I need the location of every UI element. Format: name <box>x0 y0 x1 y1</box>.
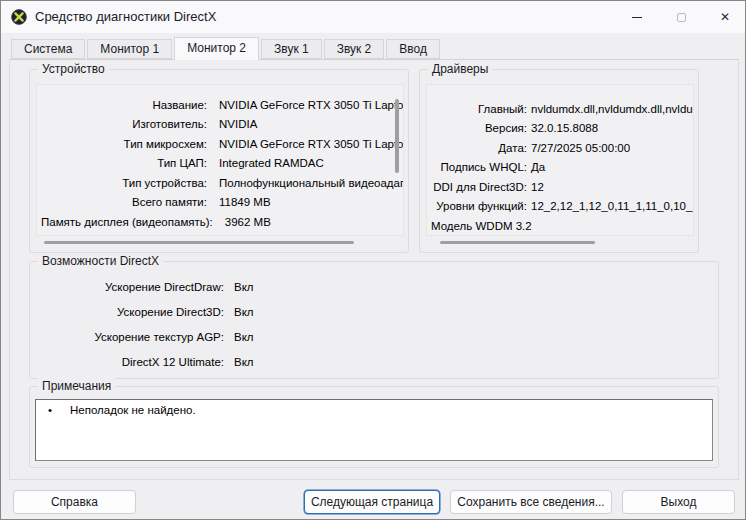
tab[interactable]: Монитор 2 <box>174 37 259 60</box>
feature-row: Ускорение Direct3D: Вкл <box>38 299 710 324</box>
exit-button[interactable]: Выход <box>622 490 735 514</box>
field-label: Дата: <box>431 142 527 154</box>
notes-group: Примечания • Неполадок не найдено. <box>29 386 719 468</box>
maximize-button <box>659 1 703 33</box>
field-label: DirectX 12 Ultimate: <box>38 356 224 368</box>
tab[interactable]: Звук 1 <box>261 39 322 59</box>
device-horizontal-scrollbar-thumb[interactable] <box>44 241 354 244</box>
field-label: DDI для Direct3D: <box>431 181 527 193</box>
field-value: 32.0.15.8088 <box>531 122 598 134</box>
field-value: Да <box>531 161 545 173</box>
help-button[interactable]: Справка <box>13 490 136 514</box>
field-label: Всего памяти: <box>41 196 207 208</box>
field-value: 11849 MB <box>219 196 271 208</box>
device-vertical-scrollbar-thumb[interactable] <box>395 99 399 173</box>
field-value: 12_2,12_1,12_0,11_1,11_0,10_1,10_ <box>531 200 694 212</box>
driver-info-row: Уровни функций: 12_2,12_1,12_0,11_1,11_0… <box>431 197 689 217</box>
maximize-icon <box>677 13 686 22</box>
device-info-row: Название: NVIDIA GeForce RTX 3050 Ti Lap… <box>41 95 399 115</box>
field-value: nvldumdx.dll,nvldumdx.dll,nvldumdx.d <box>531 103 694 115</box>
field-label: Уровни функций: <box>431 200 527 212</box>
notes-box[interactable]: • Неполадок не найдено. <box>35 399 713 461</box>
field-label: Версия: <box>431 122 527 134</box>
field-value: 12 <box>531 181 544 193</box>
field-value: NVIDIA GeForce RTX 3050 Ti Laptop G <box>219 99 404 111</box>
tab[interactable]: Монитор 1 <box>87 39 172 59</box>
minimize-button[interactable] <box>615 1 659 33</box>
tab-label: Ввод <box>399 42 427 56</box>
device-info-row: Изготовитель: NVIDIA <box>41 115 399 135</box>
save-all-info-button[interactable]: Сохранить все сведения... <box>450 490 612 514</box>
driver-info-row: Подпись WHQL: Да <box>431 158 689 178</box>
field-value: Вкл <box>234 331 254 343</box>
tab[interactable]: Звук 2 <box>324 39 385 59</box>
drivers-group-title: Драйверы <box>428 61 492 77</box>
device-group-title: Устройство <box>38 61 109 77</box>
field-label: Тип устройства: <box>41 177 207 189</box>
tab[interactable]: Система <box>11 39 85 59</box>
tab-label: Звук 2 <box>337 42 372 56</box>
driver-info-row: Версия: 32.0.15.8088 <box>431 119 689 139</box>
feature-row: Ускорение текстур AGP: Вкл <box>38 324 710 349</box>
device-info-row: Тип ЦАП: Integrated RAMDAC <box>41 154 399 174</box>
field-label: Ускорение DirectDraw: <box>38 281 224 293</box>
tab-strip: Система Монитор 1 Монитор 2 Звук 1 Звук … <box>11 37 442 60</box>
driver-info-row: Дата: 7/27/2025 05:00:00 <box>431 138 689 158</box>
feature-row: Ускорение DirectDraw: Вкл <box>38 274 710 299</box>
feature-row: DirectX 12 Ultimate: Вкл <box>38 349 710 374</box>
directx-features-group: Возможности DirectX Ускорение DirectDraw… <box>29 261 719 379</box>
device-info-row: Всего памяти: 11849 MB <box>41 193 399 213</box>
tab-label: Система <box>24 42 72 56</box>
bullet-icon: • <box>48 404 70 416</box>
field-label: Подпись WHQL: <box>431 161 527 173</box>
tab-label: Монитор 2 <box>187 41 246 55</box>
field-value: Вкл <box>234 281 254 293</box>
field-label: Ускорение Direct3D: <box>38 306 224 318</box>
field-value: Полнофункциональный видеоадапт <box>219 177 404 189</box>
field-value: Integrated RAMDAC <box>219 157 324 169</box>
field-value: NVIDIA GeForce RTX 3050 Ti Laptop G <box>219 138 404 150</box>
field-label: Модель WDDM 3.2 <box>431 220 532 232</box>
next-page-button[interactable]: Следующая страница <box>304 490 440 514</box>
tab-label: Звук 1 <box>274 42 309 56</box>
field-label: Тип микросхем: <box>41 138 207 150</box>
drivers-info-panel: Главный: nvldumdx.dll,nvldumdx.dll,nvldu… <box>426 84 694 236</box>
field-value: 3962 MB <box>225 216 271 228</box>
driver-info-row: Главный: nvldumdx.dll,nvldumdx.dll,nvldu… <box>431 99 689 119</box>
tab[interactable]: Ввод <box>386 39 440 59</box>
field-value: Вкл <box>234 306 254 318</box>
device-info-row: Память дисплея (видеопамять): 3962 MB <box>41 212 399 232</box>
notes-group-title: Примечания <box>38 378 115 394</box>
directx-app-icon <box>11 9 27 25</box>
dxdiag-window: Средство диагностики DirectX ✕ Система М… <box>0 0 746 520</box>
field-label: Изготовитель: <box>41 118 207 130</box>
field-value: Вкл <box>234 356 254 368</box>
note-text: Неполадок не найдено. <box>70 404 196 416</box>
field-label: Название: <box>41 99 207 111</box>
minimize-icon <box>632 17 642 18</box>
close-button[interactable]: ✕ <box>703 1 746 33</box>
drivers-horizontal-scrollbar-thumb[interactable] <box>440 241 595 244</box>
drivers-group: Драйверы Главный: nvldumdx.dll,nvldumdx.… <box>419 69 699 253</box>
tab-label: Монитор 1 <box>100 42 159 56</box>
titlebar: Средство диагностики DirectX ✕ <box>1 1 745 33</box>
driver-info-row: Модель WDDM 3.2 <box>431 216 689 236</box>
field-value: NVIDIA <box>219 118 257 130</box>
field-label: Ускорение текстур AGP: <box>38 331 224 343</box>
device-group: Устройство Название: NVIDIA GeForce RTX … <box>29 69 409 253</box>
directx-features-title: Возможности DirectX <box>38 253 163 269</box>
field-label: Память дисплея (видеопамять): <box>41 216 213 228</box>
field-label: Тип ЦАП: <box>41 157 207 169</box>
window-title: Средство диагностики DirectX <box>35 1 216 33</box>
driver-info-row: DDI для Direct3D: 12 <box>431 177 689 197</box>
field-label: Главный: <box>431 103 527 115</box>
field-value: 7/27/2025 05:00:00 <box>531 142 630 154</box>
features-list: Ускорение DirectDraw: Вкл Ускорение Dire… <box>38 274 710 374</box>
device-info-row: Тип устройства: Полнофункциональный виде… <box>41 173 399 193</box>
device-info-panel: Название: NVIDIA GeForce RTX 3050 Ti Lap… <box>36 84 404 236</box>
close-icon: ✕ <box>720 11 730 23</box>
note-item: • Неполадок не найдено. <box>36 400 712 416</box>
device-info-row: Тип микросхем: NVIDIA GeForce RTX 3050 T… <box>41 134 399 154</box>
